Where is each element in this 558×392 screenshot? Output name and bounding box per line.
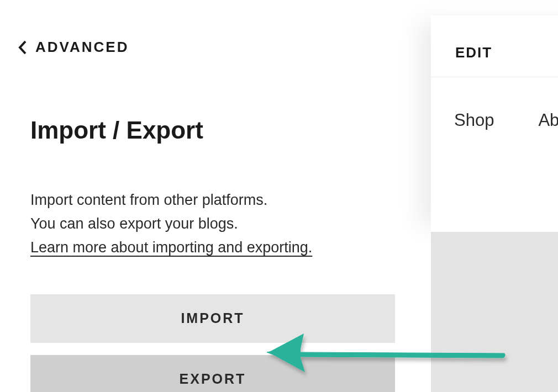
export-button[interactable]: EXPORT <box>30 355 395 392</box>
learn-more-link[interactable]: Learn more about importing and exporting… <box>30 236 312 259</box>
nav-item-about[interactable]: About <box>538 110 558 130</box>
preview-panel: EDIT Shop About <box>431 15 558 232</box>
description-block: Import content from other platforms. You… <box>30 188 431 260</box>
chevron-left-icon <box>17 40 29 55</box>
edit-mode-label[interactable]: EDIT <box>431 15 558 61</box>
back-label: ADVANCED <box>35 39 129 56</box>
preview-panel-bg <box>431 232 558 392</box>
import-button[interactable]: IMPORT <box>30 294 395 343</box>
description-line-2: You can also export your blogs. <box>30 212 431 236</box>
description-line-1: Import content from other platforms. <box>30 188 431 212</box>
page-title: Import / Export <box>30 116 431 144</box>
nav-item-shop[interactable]: Shop <box>454 110 494 130</box>
back-nav[interactable]: ADVANCED <box>0 0 431 56</box>
